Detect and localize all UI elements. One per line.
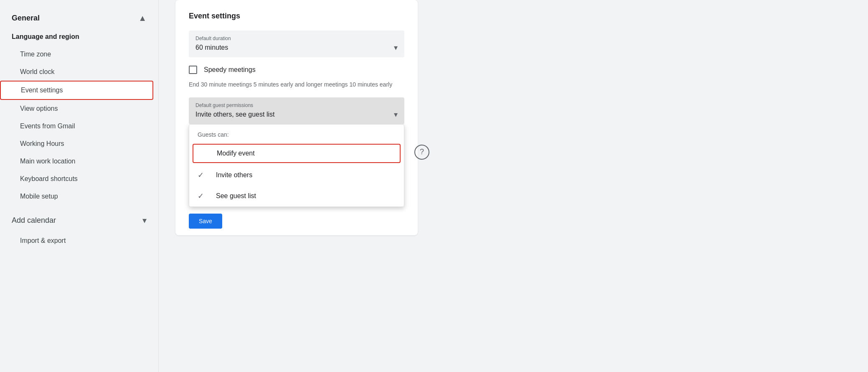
default-duration-label: Default duration (195, 36, 398, 41)
add-calendar-chevron-icon: ▾ (142, 215, 147, 225)
general-section-header[interactable]: General ▲ (0, 8, 158, 28)
guests-can-header: Guests can: (189, 125, 404, 142)
sidebar-item-view-options[interactable]: View options (0, 100, 153, 117)
guest-permissions-value: Invite others, see guest list (195, 111, 274, 118)
default-duration-dropdown[interactable]: Default duration 60 minutes ▾ (189, 31, 404, 57)
guest-permissions-dropdown[interactable]: Default guest permissions Invite others,… (189, 97, 404, 124)
modify-event-label: Modify event (217, 150, 255, 157)
default-duration-arrow-icon: ▾ (394, 43, 398, 52)
guest-permissions-menu: Guests can: Modify event✓Invite others✓S… (189, 124, 404, 207)
sidebar-item-time-zone[interactable]: Time zone (0, 46, 153, 63)
sidebar: General ▲ Language and regionTime zoneWo… (0, 0, 159, 372)
default-duration-value: 60 minutes (195, 44, 228, 51)
sidebar-item-mobile-setup[interactable]: Mobile setup (0, 188, 153, 205)
invite-others-label: Invite others (216, 171, 252, 179)
menu-items: Modify event✓Invite others✓See guest lis… (189, 144, 404, 206)
guest-section: Default guest permissions Invite others,… (189, 97, 404, 207)
menu-item-see-guest-list[interactable]: ✓See guest list (189, 186, 404, 206)
invite-others-checkmark-icon: ✓ (198, 171, 208, 180)
speedy-meetings-checkbox[interactable] (189, 66, 197, 74)
sidebar-item-working-hours[interactable]: Working Hours (0, 135, 153, 153)
guest-permissions-arrow-icon: ▾ (394, 110, 398, 119)
menu-item-invite-others[interactable]: ✓Invite others (189, 165, 404, 186)
event-settings-card: Event settings Default duration 60 minut… (175, 0, 418, 235)
import-export-label: Import & export (20, 237, 66, 244)
see-guest-list-checkmark-icon: ✓ (198, 191, 208, 201)
help-icon-symbol: ? (420, 148, 424, 156)
speedy-meetings-description: End 30 minute meetings 5 minutes early a… (189, 81, 404, 89)
help-icon[interactable]: ? (414, 145, 429, 160)
menu-item-modify-event[interactable]: Modify event (193, 144, 401, 163)
speedy-meetings-row[interactable]: Speedy meetings (189, 66, 404, 74)
save-button[interactable]: Save (189, 214, 222, 229)
sidebar-item-event-settings[interactable]: Event settings (0, 81, 153, 100)
see-guest-list-label: See guest list (216, 192, 256, 200)
general-section-title: General (12, 14, 40, 23)
default-duration-value-row: 60 minutes ▾ (195, 43, 398, 52)
guest-permissions-label: Default guest permissions (195, 102, 398, 108)
card-footer: Save (189, 207, 404, 235)
main-content: Event settings Default duration 60 minut… (159, 0, 868, 372)
sidebar-item-main-work-location[interactable]: Main work location (0, 153, 153, 170)
card-title: Event settings (189, 12, 404, 20)
sidebar-item-world-clock[interactable]: World clock (0, 63, 153, 81)
general-chevron-icon: ▲ (138, 13, 147, 23)
speedy-meetings-label: Speedy meetings (204, 66, 256, 74)
sidebar-item-keyboard-shortcuts[interactable]: Keyboard shortcuts (0, 170, 153, 188)
guest-permissions-value-row: Invite others, see guest list ▾ (195, 110, 398, 119)
sidebar-items: Language and regionTime zoneWorld clockE… (0, 28, 158, 205)
sidebar-item-language-region[interactable]: Language and region (0, 28, 153, 46)
sidebar-item-import-export[interactable]: Import & export (0, 232, 153, 250)
add-calendar-label: Add calendar (12, 216, 56, 225)
add-calendar-section[interactable]: Add calendar ▾ (0, 209, 158, 232)
sidebar-item-events-from-gmail[interactable]: Events from Gmail (0, 117, 153, 135)
